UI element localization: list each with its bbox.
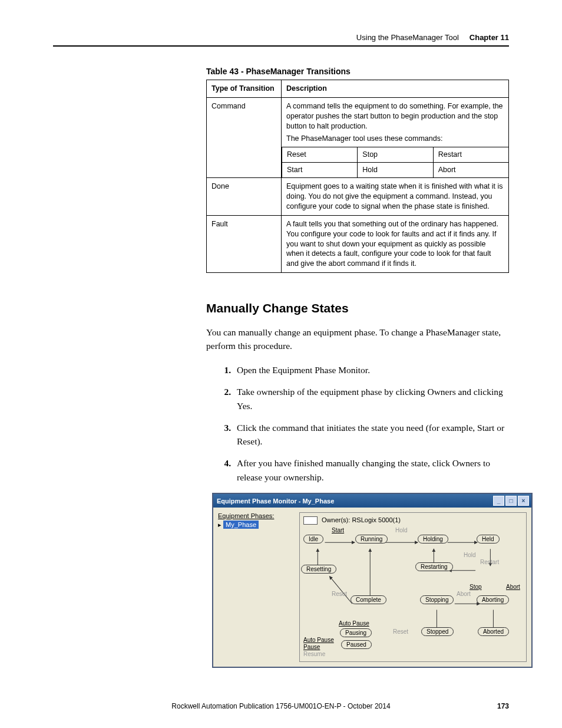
footer-publication: Rockwell Automation Publication 1756-UM0… (171, 702, 390, 710)
command-p2: The PhaseManager tool uses these command… (286, 134, 504, 144)
cmd-stop: Stop (357, 147, 432, 162)
cmd-reset: Reset (332, 591, 347, 597)
cmd-start: Start (282, 162, 357, 177)
state-aborted[interactable]: Aborted (478, 627, 509, 636)
row-fault-type: Fault (207, 215, 282, 272)
header-chapter: Chapter 11 (470, 33, 509, 42)
running-header: Using the PhaseManager Tool Chapter 11 (53, 33, 509, 47)
step-1: Open the Equipment Phase Monitor. (233, 363, 509, 377)
command-grid: Reset Stop Restart Start Hold Abort (282, 147, 508, 177)
command-p1: A command tells the equipment to do some… (286, 101, 504, 131)
step-3: Click the command that initiates the sta… (233, 421, 509, 449)
close-icon[interactable]: × (518, 496, 529, 506)
footer-page-number: 173 (497, 702, 509, 710)
cmd-stop[interactable]: Stop (470, 584, 482, 590)
state-paused[interactable]: Paused (341, 640, 372, 649)
owners-line: Owner(s): RSLogix 5000(1) (303, 516, 523, 525)
intro-paragraph: You can manually change an equipment pha… (206, 326, 509, 353)
owners-icon[interactable] (303, 516, 318, 525)
subheading: Manually Change States (206, 301, 509, 315)
window-title: Equipment Phase Monitor - My_Phase (217, 498, 334, 505)
tree-item-myphase[interactable]: My_Phase (223, 521, 259, 529)
state-restarting[interactable]: Restarting (415, 562, 453, 571)
row-command-desc: A command tells the equipment to do some… (282, 97, 509, 177)
link-pause[interactable]: Pause (303, 644, 334, 650)
row-done-type: Done (207, 178, 282, 216)
window-titlebar: Equipment Phase Monitor - My_Phase _ □ × (213, 494, 531, 508)
state-running[interactable]: Running (355, 535, 388, 543)
link-autopause[interactable]: Auto Pause (303, 637, 334, 643)
row-fault-desc: A fault tells you that something out of … (282, 215, 509, 272)
cmd-reset: Reset (282, 147, 357, 162)
state-stopping[interactable]: Stopping (420, 595, 454, 604)
cmd-reset2: Reset (393, 628, 408, 635)
tree-label: Equipment Phases: (218, 512, 295, 519)
cmd-restart: Restart (480, 559, 499, 565)
state-complete[interactable]: Complete (351, 595, 386, 604)
cmd-abort2: Abort (457, 591, 471, 597)
th-desc: Description (282, 80, 509, 98)
state-holding[interactable]: Holding (418, 535, 448, 543)
header-section: Using the PhaseManager Tool (356, 33, 459, 42)
row-command-type: Command (207, 97, 282, 177)
state-stopped[interactable]: Stopped (421, 627, 454, 636)
cmd-hold: Hold (395, 527, 408, 533)
phase-monitor-window: Equipment Phase Monitor - My_Phase _ □ ×… (212, 493, 533, 668)
cmd-abort: Abort (433, 162, 508, 177)
owners-text: Owner(s): RSLogix 5000(1) (322, 516, 401, 523)
cmd-hold2: Hold (464, 552, 476, 558)
cmd-hold: Hold (357, 162, 432, 177)
state-idle[interactable]: Idle (303, 535, 323, 543)
state-aborting[interactable]: Aborting (477, 595, 509, 604)
state-diagram: Owner(s): RSLogix 5000(1) (299, 512, 527, 662)
minimize-icon[interactable]: _ (493, 496, 504, 506)
page-footer: Rockwell Automation Publication 1756-UM0… (53, 702, 509, 710)
step-2: Take ownership of the equipment phase by… (233, 385, 509, 413)
cmd-restart: Restart (433, 147, 508, 162)
link-resume: Resume (303, 651, 334, 657)
state-held[interactable]: Held (477, 535, 500, 543)
state-resetting[interactable]: Resetting (301, 565, 336, 574)
table-caption: Table 43 - PhaseManager Transitions (206, 67, 509, 76)
th-type: Type of Transition (207, 80, 282, 98)
pause-links: Auto Pause Pause Resume (303, 637, 334, 658)
cmd-abort[interactable]: Abort (506, 584, 520, 590)
transitions-table: Type of Transition Description Command A… (206, 80, 509, 273)
cmd-start[interactable]: Start (332, 527, 344, 533)
tree-bullet-icon: ▸ (218, 521, 222, 528)
step-4: After you have finished manually changin… (233, 456, 509, 484)
row-done-desc: Equipment goes to a waiting state when i… (282, 178, 509, 216)
maximize-icon[interactable]: □ (505, 496, 517, 506)
procedure-list: Open the Equipment Phase Monitor. Take o… (218, 363, 509, 484)
phase-tree: Equipment Phases: ▸ My_Phase (218, 512, 295, 662)
cmd-autopause2[interactable]: Auto Pause (339, 620, 369, 627)
state-pausing[interactable]: Pausing (340, 628, 372, 637)
